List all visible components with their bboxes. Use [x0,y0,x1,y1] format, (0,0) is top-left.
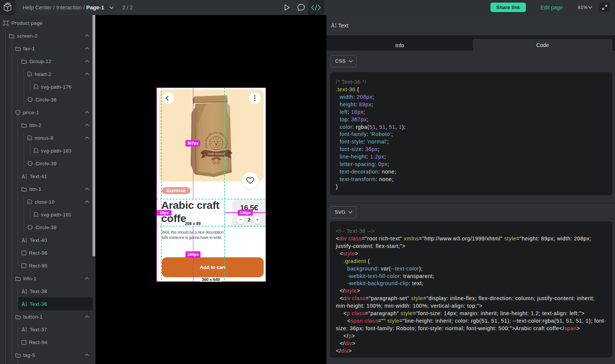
svg-text:ARABICA COFFEE: ARABICA COFFEE [210,156,222,157]
svg-text:HABI NAHUA: HABI NAHUA [208,153,225,155]
